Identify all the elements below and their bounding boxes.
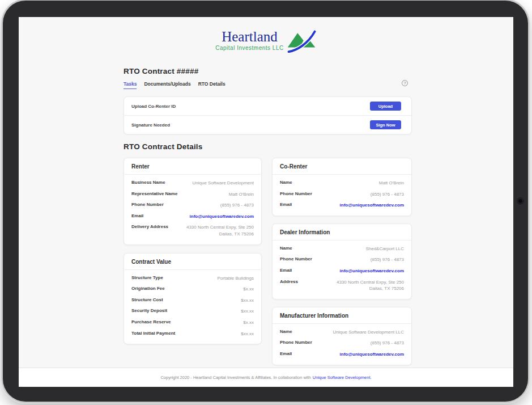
field-label: Email (280, 202, 292, 207)
field-value: (855) 976 - 4873 (371, 340, 404, 347)
field-value: (855) 976 - 4873 (220, 202, 254, 209)
field-label: Phone Number (280, 340, 312, 345)
task-label: Upload Co-Renter ID (131, 104, 176, 109)
contract-value-card: Contract Value Structure Type Portable B… (124, 253, 262, 345)
field-value: $xx.xx (241, 297, 254, 304)
field-label: Email (280, 268, 292, 273)
field-row: Phone Number (855) 976 - 4873 (280, 254, 404, 265)
field-label: Name (280, 246, 292, 251)
page-title: RTO Contract ##### (124, 67, 198, 75)
field-label: Phone Number (280, 256, 312, 261)
tasks-card: Upload Co-Renter ID Upload Signature Nee… (124, 96, 412, 134)
field-value-line1: 4330 North Central Expy, Ste 250 (337, 279, 404, 286)
field-value: $x.xx (243, 286, 254, 293)
field-row: Email info@uniquesoftwaredev.com (280, 349, 404, 360)
field-row: Email info@uniquesoftwaredev.com (280, 265, 404, 277)
field-label: Phone Number (131, 202, 164, 207)
field-label: Email (280, 351, 292, 356)
field-value: Matt O'Brein (229, 191, 254, 198)
field-row: Phone Number (855) 976 - 4873 (131, 200, 254, 211)
card-title: Manufacturer Information (273, 307, 411, 324)
field-label: Origination Fee (131, 286, 165, 291)
field-row: Email info@uniquesoftwaredev.com (280, 200, 404, 211)
card-title: Co-Renter (273, 158, 411, 175)
field-row: Phone Number (855) 976 - 4873 (280, 189, 404, 200)
email-link[interactable]: info@uniquesoftwaredev.com (340, 202, 404, 209)
co-renter-card: Co-Renter Name Matt O'Brein Phone Number… (272, 158, 412, 216)
field-value: $xx.xx (241, 308, 254, 315)
field-label: Name (280, 180, 292, 185)
logo-name: Heartland (222, 29, 278, 44)
field-row: Structure Cost $xx.xx (131, 295, 254, 306)
tab-bar: Tasks Documents/Uploads RTO Details (124, 81, 225, 88)
field-row: Name Matt O'Brein (280, 178, 404, 189)
dealer-information-card: Dealer Information Name Shed&Carport LLC… (272, 223, 412, 299)
tab-tasks[interactable]: Tasks (124, 81, 137, 88)
camera-icon (518, 199, 523, 204)
copyright-text: Copyright 2020 - Heartland Capital Inves… (160, 375, 310, 380)
field-row: Address 4330 North Central Expy, Ste 250… (280, 277, 404, 294)
task-row-signature: Signature Needed Sign Now (124, 115, 411, 134)
field-row: Total Initial Payment $xx.xx (131, 328, 254, 340)
field-label: Phone Number (280, 191, 312, 196)
field-row: Email info@uniquesoftwaredev.com (131, 211, 254, 222)
field-row: Business Name Unique Software Developmen… (131, 178, 254, 189)
field-label: Delivery Address (131, 224, 168, 229)
field-label: Representative Name (131, 191, 177, 196)
field-row: Representative Name Matt O'Brein (131, 189, 254, 200)
sign-now-button[interactable]: Sign Now (370, 120, 401, 129)
footer: Copyright 2020 - Heartland Capital Inves… (19, 368, 513, 387)
field-value: Unique Software Development LLC (333, 329, 404, 336)
field-label: Email (131, 213, 143, 218)
details-right-column: Co-Renter Name Matt O'Brein Phone Number… (272, 158, 412, 365)
task-row-upload-id: Upload Co-Renter ID Upload (124, 97, 411, 115)
email-link[interactable]: info@uniquesoftwaredev.com (340, 268, 404, 275)
details-section-title: RTO Contract Details (124, 142, 203, 151)
field-label: Name (280, 329, 292, 334)
field-row: Origination Fee $x.xx (131, 284, 254, 295)
field-label: Business Name (131, 180, 165, 185)
help-icon[interactable]: ? (402, 80, 408, 86)
card-title: Contract Value (124, 254, 261, 270)
field-value: $x.xx (243, 319, 254, 326)
field-row: Phone Number (855) 976 - 4873 (280, 338, 404, 349)
tablet-frame: Heartland Capital Investments LLC RTO Co… (3, 1, 528, 402)
field-label: Total Initial Payment (131, 331, 175, 336)
tab-rto-details[interactable]: RTO Details (198, 81, 225, 88)
mountain-swoosh-icon (287, 30, 317, 55)
field-label: Purchase Reserve (131, 319, 171, 324)
card-title: Dealer Information (273, 224, 411, 241)
field-value: Unique Software Development (192, 180, 254, 187)
field-label: Address (280, 279, 298, 284)
logo-subtitle: Capital Investments LLC (215, 45, 283, 51)
field-row: Name Unique Software Development LLC (280, 327, 404, 338)
task-label: Signature Needed (131, 123, 170, 128)
field-value: (855) 976 - 4873 (371, 256, 404, 263)
app-screen: Heartland Capital Investments LLC RTO Co… (19, 17, 513, 387)
footer-link[interactable]: Unique Software Development. (313, 375, 372, 380)
field-row: Security Deposit $xx.xx (131, 306, 254, 317)
renter-card: Renter Business Name Unique Software Dev… (124, 158, 262, 245)
field-value: $xx.xx (241, 331, 254, 338)
field-label: Structure Cost (131, 297, 163, 302)
field-row: Purchase Reserve $x.xx (131, 317, 254, 328)
field-value: Shed&Carport LLC (365, 246, 404, 252)
email-link[interactable]: info@uniquesoftwaredev.com (340, 351, 404, 358)
card-title: Renter (124, 158, 261, 175)
tab-documents-uploads[interactable]: Documents/Uploads (144, 81, 190, 88)
field-value-line2: Dallas, TX 75206 (337, 285, 404, 292)
field-value: (855) 976 - 4873 (371, 191, 404, 198)
field-row: Structure Type Portable Buildings (131, 273, 254, 284)
field-label: Security Deposit (131, 308, 167, 313)
field-row: Name Shed&Carport LLC (280, 243, 404, 255)
field-value-line2: Dallas, TX 75206 (186, 231, 254, 238)
details-left-column: Renter Business Name Unique Software Dev… (124, 158, 262, 344)
field-label: Structure Type (131, 275, 163, 280)
field-row: Delivery Address 4330 North Central Expy… (131, 222, 254, 239)
upload-button[interactable]: Upload (370, 102, 401, 111)
field-value-line1: 4330 North Central Expy, Ste 250 (186, 224, 254, 231)
field-value: Portable Buildings (218, 275, 254, 282)
email-link[interactable]: info@uniquesoftwaredev.com (190, 213, 254, 220)
logo: Heartland Capital Investments LLC (19, 29, 513, 55)
field-value: Matt O'Brein (379, 180, 404, 187)
